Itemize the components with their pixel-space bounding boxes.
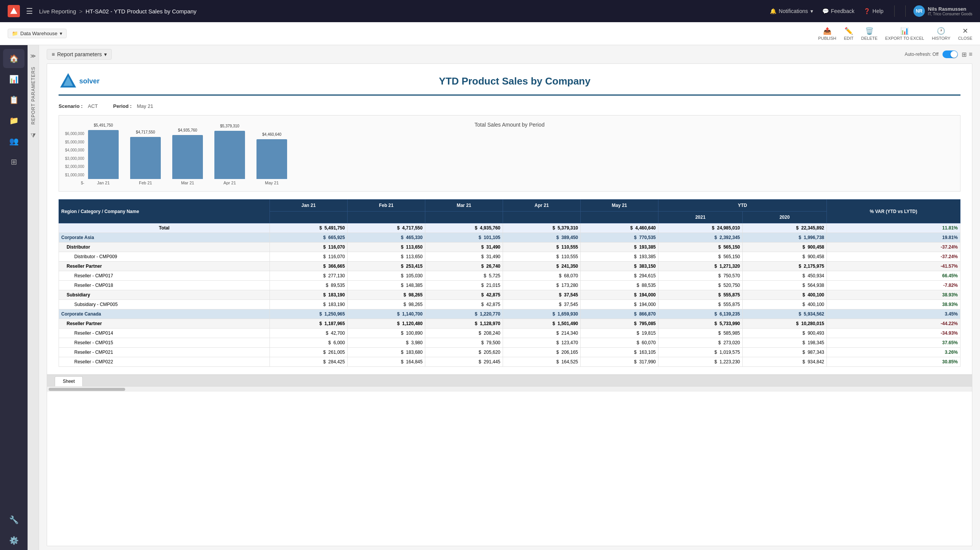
refresh-view-icons: ⊞ ≡ — [962, 51, 972, 58]
table-row: Reseller - CMP014 $ 42,700 $ 100,890 $ 2… — [59, 329, 960, 338]
sheet-tab-sheet[interactable]: Sheet — [55, 376, 83, 386]
row-apr: $ 389,450 — [503, 233, 580, 242]
row-feb: $ 183,680 — [347, 348, 425, 357]
row-feb: $ 100,890 — [347, 329, 425, 338]
sidebar-item-modules[interactable]: ⊞ — [3, 152, 24, 171]
row-ytd2021: $ 1,019,575 — [658, 348, 743, 357]
row-var: 38.93% — [827, 300, 960, 309]
row-feb: $ 1,140,700 — [347, 309, 425, 319]
chart-bars: $5,491,750 Jan 21 $4,717,550 Feb 21 $4,9… — [88, 132, 954, 185]
auto-refresh-toggle[interactable] — [942, 50, 958, 58]
folder-selector[interactable]: 📁 Data Warehouse ▾ — [8, 29, 67, 38]
report-header: ≡ Report parameters ▾ Auto-refresh: Off … — [39, 45, 980, 63]
row-feb: $ 4,717,550 — [347, 223, 425, 233]
scrollbar-thumb[interactable] — [49, 388, 125, 391]
chart-x-label: Jan 21 — [97, 181, 110, 185]
row-apr: $ 173,280 — [503, 281, 580, 290]
row-mar: $ 26,740 — [425, 262, 503, 271]
breadcrumb-parent[interactable]: Live Reporting — [39, 8, 76, 15]
edit-icon: ✏️ — [844, 27, 853, 35]
sidebar-item-reports[interactable]: 📋 — [3, 90, 24, 109]
row-name: Total — [59, 223, 270, 233]
hamburger-menu[interactable]: ☰ — [26, 7, 33, 16]
col-header-apr: Apr 21 — [503, 200, 580, 212]
row-apr: $ 164,525 — [503, 357, 580, 367]
filter-icon[interactable]: ⧩ — [31, 132, 36, 139]
row-ytd2021: $ 1,271,320 — [658, 262, 743, 271]
sidebar-item-files[interactable]: 📁 — [3, 111, 24, 130]
edit-button[interactable]: ✏️ EDIT — [844, 27, 853, 41]
sidebar-item-users[interactable]: 👥 — [3, 132, 24, 151]
table-row: Reseller - CMP018 $ 89,535 $ 148,385 $ 2… — [59, 281, 960, 290]
row-jan: $ 1,250,965 — [270, 309, 347, 319]
row-may: $ 194,000 — [581, 290, 658, 300]
row-ytd2020: $ 1,996,738 — [743, 233, 827, 242]
col-subheader-mar — [425, 212, 503, 223]
row-name: Reseller - CMP015 — [59, 338, 270, 348]
chart-x-label: May 21 — [265, 181, 279, 185]
row-ytd2021: $ 750,570 — [658, 271, 743, 281]
toolbar: 📁 Data Warehouse ▾ 📤 PUBLISH ✏️ EDIT 🗑️ … — [0, 22, 980, 45]
row-var: 19.81% — [827, 233, 960, 242]
report-title-row: solver YTD Product Sales by Company — [59, 72, 960, 96]
col-header-var: % VAR (YTD vs LYTD) — [827, 200, 960, 223]
row-feb: $ 1,120,480 — [347, 319, 425, 329]
row-jan: $ 284,425 — [270, 357, 347, 367]
row-ytd2020: $ 900,493 — [743, 329, 827, 338]
help-button[interactable]: ❓ Help — [864, 8, 884, 14]
solver-brand: solver — [79, 77, 100, 85]
row-mar: $ 31,490 — [425, 242, 503, 252]
table-icon[interactable]: ≡ — [969, 51, 972, 58]
chart-bar-value: $4,717,550 — [136, 130, 155, 134]
row-may: $ 60,070 — [581, 338, 658, 348]
row-ytd2020: $ 10,280,015 — [743, 319, 827, 329]
chart-bar: $4,717,550 — [130, 137, 161, 179]
params-toggle-icon[interactable]: ≫ — [30, 53, 36, 59]
auto-refresh-control: Auto-refresh: Off ⊞ ≡ — [905, 50, 972, 58]
close-icon: ✕ — [962, 27, 968, 35]
row-jan: $ 665,925 — [270, 233, 347, 242]
col-header-name: Region / Category / Company Name — [59, 200, 270, 223]
row-ytd2020: $ 900,458 — [743, 242, 827, 252]
chart-bar-group: $5,491,750 Jan 21 — [88, 130, 119, 185]
export-excel-button[interactable]: 📊 EXPORT TO EXCEL — [885, 27, 924, 41]
feedback-button[interactable]: 💬 Feedback — [822, 8, 854, 14]
notifications-button[interactable]: 🔔 Notifications ▾ — [770, 8, 813, 14]
table-row: Reseller Partner $ 1,187,965 $ 1,120,480… — [59, 319, 960, 329]
row-apr: $ 1,659,930 — [503, 309, 580, 319]
sidebar-item-home[interactable]: 🏠 — [3, 49, 24, 68]
horizontal-scrollbar[interactable] — [47, 386, 972, 392]
report-params-button[interactable]: ≡ Report parameters ▾ — [47, 49, 112, 60]
period-info: Period : May 21 — [113, 103, 153, 109]
close-button[interactable]: ✕ CLOSE — [958, 27, 972, 41]
publish-button[interactable]: 📤 PUBLISH — [818, 27, 836, 41]
row-ytd2021: $ 520,750 — [658, 281, 743, 290]
row-name: Reseller - CMP022 — [59, 357, 270, 367]
table-row: Reseller - CMP022 $ 284,425 $ 164,845 $ … — [59, 357, 960, 367]
delete-button[interactable]: 🗑️ DELETE — [861, 27, 878, 41]
report-main-title: YTD Product Sales by Company — [100, 75, 930, 87]
row-name: Distributor - CMP009 — [59, 252, 270, 262]
scenario-info: Scenario : ACT — [59, 103, 98, 109]
top-bar-left: ☰ Live Reporting > HT-SA02 - YTD Product… — [8, 5, 196, 17]
row-var: -44.22% — [827, 319, 960, 329]
sidebar-item-dashboard[interactable]: 📊 — [3, 70, 24, 89]
row-jan: $ 366,665 — [270, 262, 347, 271]
sidebar-item-tools[interactable]: 🔧 — [3, 510, 24, 529]
row-jan: $ 116,070 — [270, 242, 347, 252]
app-logo[interactable] — [8, 5, 20, 17]
row-ytd2020: $ 934,842 — [743, 357, 827, 367]
sidebar-item-settings[interactable]: ⚙️ — [3, 531, 24, 550]
row-apr: $ 5,379,310 — [503, 223, 580, 233]
row-ytd2020: $ 22,345,892 — [743, 223, 827, 233]
row-name: Reseller Partner — [59, 262, 270, 271]
row-mar: $ 208,240 — [425, 329, 503, 338]
row-name: Reseller Partner — [59, 319, 270, 329]
history-button[interactable]: 🕐 HISTORY — [932, 27, 951, 41]
grid-icon[interactable]: ⊞ — [962, 51, 967, 58]
row-may: $ 88,535 — [581, 281, 658, 290]
row-may: $ 163,105 — [581, 348, 658, 357]
row-may: $ 193,385 — [581, 242, 658, 252]
row-var: 3.45% — [827, 309, 960, 319]
row-ytd2020: $ 5,934,562 — [743, 309, 827, 319]
